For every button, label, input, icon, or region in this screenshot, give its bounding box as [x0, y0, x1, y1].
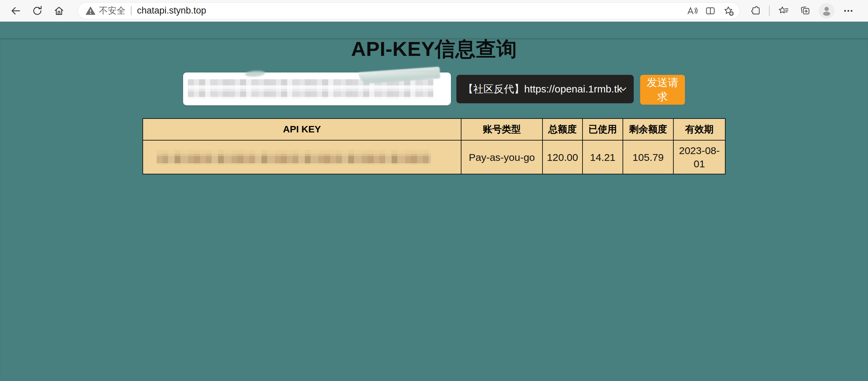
endpoint-select[interactable]: 【社区反代】https://openai.1rmb.tk [456, 75, 634, 103]
table-row: Pay-as-you-go 120.00 14.21 105.79 2023-0… [143, 140, 725, 174]
browser-toolbar: 不安全 chatapi.stynb.top [0, 0, 868, 22]
back-icon [10, 5, 21, 17]
security-label[interactable]: 不安全 [99, 5, 125, 17]
profile-button[interactable] [816, 2, 837, 20]
api-key-input-wrap [183, 72, 451, 105]
address-divider [131, 6, 132, 15]
split-screen-icon [705, 5, 716, 16]
split-screen-button[interactable] [701, 3, 719, 18]
page-content: API-KEY信息查询 【社区反代】https://openai.1rmb.tk… [0, 38, 868, 381]
toolbar-separator [769, 6, 770, 16]
more-menu-icon [843, 5, 854, 17]
site-warning-icon[interactable] [85, 6, 96, 16]
col-header-api-key: API KEY [143, 119, 461, 140]
read-aloud-icon [687, 5, 697, 16]
cell-account-type: Pay-as-you-go [461, 140, 542, 174]
col-header-used: 已使用 [583, 119, 623, 140]
refresh-icon [32, 5, 43, 17]
back-button[interactable] [5, 2, 26, 20]
api-key-table: API KEY 账号类型 总额度 已使用 剩余额度 有效期 Pay-as-you… [142, 118, 726, 174]
redacted-api-key-cell [157, 150, 431, 165]
add-favorite-icon [723, 5, 734, 16]
avatar [819, 3, 834, 19]
extensions-button[interactable] [745, 2, 766, 20]
table-header: API KEY 账号类型 总额度 已使用 剩余额度 有效期 [143, 119, 725, 140]
refresh-button[interactable] [26, 2, 48, 20]
cell-remaining: 105.79 [623, 140, 673, 174]
col-header-total-quota: 总额度 [542, 119, 583, 140]
home-icon [53, 5, 65, 17]
extensions-icon [750, 5, 761, 16]
address-bar[interactable]: 不安全 chatapi.stynb.top [78, 3, 740, 19]
add-favorite-button[interactable] [719, 3, 738, 18]
cell-total-quota: 120.00 [542, 140, 583, 174]
read-aloud-button[interactable] [683, 3, 701, 18]
favorites-button[interactable] [772, 2, 794, 20]
cell-api-key [143, 140, 461, 174]
col-header-validity: 有效期 [673, 119, 725, 140]
col-header-account-type: 账号类型 [461, 119, 542, 140]
chevron-down-icon [620, 87, 626, 91]
page-title: API-KEY信息查询 [0, 38, 868, 60]
collections-button[interactable] [794, 2, 816, 20]
col-header-remaining: 剩余额度 [623, 119, 673, 140]
profile-icon [819, 3, 834, 19]
collections-icon [800, 5, 811, 16]
more-menu-button[interactable] [837, 2, 859, 20]
query-form: 【社区反代】https://openai.1rmb.tk 发送请求 [0, 72, 868, 105]
endpoint-select-value: 【社区反代】https://openai.1rmb.tk [463, 82, 622, 96]
favorites-icon [778, 5, 789, 16]
cell-validity: 2023-08-01 [673, 140, 725, 174]
api-key-input[interactable] [183, 72, 451, 105]
send-request-button[interactable]: 发送请求 [640, 75, 685, 105]
url-text[interactable]: chatapi.stynb.top [137, 5, 206, 16]
home-button[interactable] [48, 2, 70, 20]
cell-used: 14.21 [583, 140, 623, 174]
